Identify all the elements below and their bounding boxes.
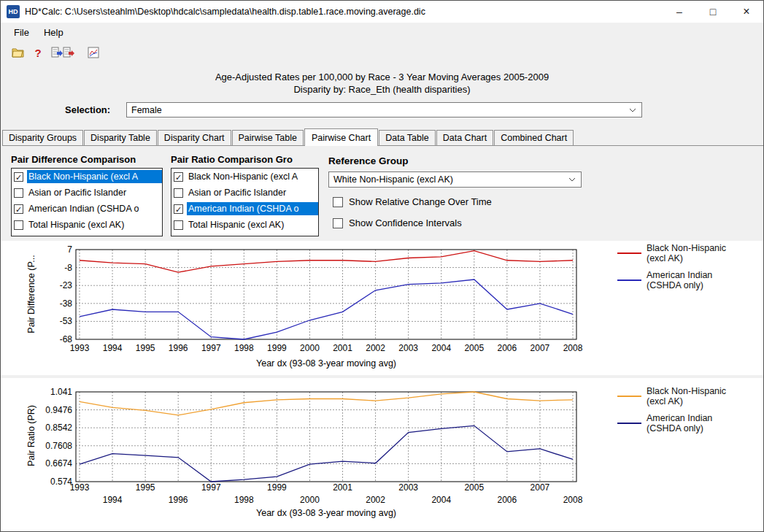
selection-label: Selection: [65, 104, 110, 115]
list-item-label: Asian or Pacific Islander [187, 186, 318, 199]
svg-text:2006: 2006 [498, 343, 517, 353]
list-item-label: Black Non-Hispanic (excl A [187, 170, 318, 183]
list-item[interactable]: Total Hispanic (excl AK) [12, 217, 162, 233]
tab-data-chart[interactable]: Data Chart [436, 130, 493, 145]
tab-disparity-groups[interactable]: Disparity Groups [2, 130, 83, 145]
list-item[interactable]: ✓Black Non-Hispanic (excl A [12, 169, 162, 185]
checkbox[interactable]: ✓ [174, 172, 183, 182]
svg-text:-38: -38 [60, 298, 73, 309]
svg-text:2003: 2003 [398, 482, 418, 493]
svg-text:1993: 1993 [70, 482, 90, 493]
pair-ratio-chart-panel: 1.0410.94760.85420.76080.66740.574199319… [1, 378, 764, 532]
checkbox[interactable] [333, 197, 343, 207]
checkbox[interactable] [333, 218, 343, 228]
option-label: Show Relative Change Over Time [349, 196, 492, 207]
reference-group-title: Reference Group [328, 155, 409, 166]
legend-line-sample [617, 423, 641, 424]
show-relative-change-option[interactable]: Show Relative Change Over Time [333, 196, 492, 207]
list-item-label: Total Hispanic (excl AK) [27, 218, 162, 231]
pair-difference-plot: 7-8-23-38-53-681993199419951996199719981… [1, 241, 614, 375]
report-subtitle: Disparity by: Race_Eth (health dispariti… [1, 83, 763, 96]
list-item[interactable]: Asian or Pacific Islander [12, 185, 162, 201]
pair-ratio-group-title: Pair Ratio Comparison Gro [171, 154, 320, 165]
chart-settings-button[interactable] [85, 45, 101, 61]
svg-text:2000: 2000 [300, 343, 320, 353]
checkbox[interactable] [14, 220, 23, 230]
svg-text:1997: 1997 [201, 343, 221, 353]
checkbox[interactable] [174, 188, 183, 198]
tab-strip: Disparity GroupsDisparity TableDisparity… [2, 127, 763, 146]
svg-text:1996: 1996 [169, 343, 188, 353]
selection-dropdown[interactable]: Female [126, 102, 642, 117]
svg-text:2005: 2005 [464, 343, 484, 353]
list-item-label: Asian or Pacific Islander [27, 186, 162, 199]
pair-difference-listbox[interactable]: ✓Black Non-Hispanic (excl AAsian or Paci… [11, 168, 163, 236]
help-button[interactable]: ? [30, 45, 46, 61]
list-item-label: American Indian (CSHDA o [187, 202, 318, 215]
title-bar[interactable]: HD HD*Calc: C:\Users\steahlm\Desktop\hdc… [1, 1, 763, 23]
svg-text:2001: 2001 [333, 343, 352, 353]
list-item-label: American Indian (CSHDA o [27, 202, 162, 215]
svg-text:1995: 1995 [136, 482, 155, 493]
reference-group-value: White Non-Hispanic (excl AK) [333, 174, 568, 185]
checkbox[interactable]: ✓ [174, 204, 183, 214]
checkbox[interactable] [174, 220, 183, 230]
legend-difference: Black Non-Hispanic(excl AK)American Indi… [617, 243, 726, 297]
export-report-button[interactable] [61, 45, 77, 61]
svg-text:2004: 2004 [431, 343, 451, 353]
chart-icon [88, 47, 99, 58]
menu-file[interactable]: File [7, 25, 36, 40]
legend-entry: American Indian(CSHDA only) [617, 270, 726, 290]
list-item-label: Black Non-Hispanic (excl A [27, 170, 162, 183]
svg-text:1995: 1995 [136, 343, 155, 353]
app-icon: HD [7, 5, 20, 18]
list-item-label: Total Hispanic (excl AK) [187, 218, 318, 231]
minimize-button[interactable]: – [663, 1, 696, 23]
svg-text:1993: 1993 [70, 343, 90, 353]
svg-text:2008: 2008 [563, 495, 583, 505]
svg-text:2007: 2007 [530, 343, 550, 353]
svg-text:2002: 2002 [366, 495, 385, 505]
app-window: HD HD*Calc: C:\Users\steahlm\Desktop\hdc… [0, 0, 764, 532]
selection-value: Female [131, 105, 629, 115]
pair-difference-chart-panel: 7-8-23-38-53-681993199419951996199719981… [1, 241, 764, 375]
close-button[interactable]: × [730, 1, 763, 23]
svg-text:2001: 2001 [333, 482, 352, 493]
tab-disparity-chart[interactable]: Disparity Chart [158, 130, 231, 145]
svg-text:1996: 1996 [169, 495, 188, 505]
pair-difference-group-title: Pair Difference Comparison [11, 154, 163, 165]
tab-data-table[interactable]: Data Table [379, 130, 436, 145]
export-report-icon [63, 47, 74, 58]
open-file-button[interactable] [9, 45, 26, 61]
list-item[interactable]: ✓American Indian (CSHDA o [171, 201, 318, 217]
menu-help[interactable]: Help [36, 25, 71, 40]
checkbox[interactable]: ✓ [14, 204, 23, 214]
reference-group-dropdown[interactable]: White Non-Hispanic (excl AK) [328, 171, 582, 188]
svg-text:2002: 2002 [366, 343, 385, 353]
show-confidence-intervals-option[interactable]: Show Confidence Intervals [333, 217, 462, 228]
legend-label: Black Non-Hispanic(excl AK) [647, 386, 726, 406]
list-item[interactable]: ✓Black Non-Hispanic (excl A [171, 169, 318, 185]
checkbox[interactable] [14, 188, 23, 198]
svg-text:1994: 1994 [103, 343, 123, 353]
svg-text:0.7608: 0.7608 [45, 441, 72, 451]
checkbox[interactable]: ✓ [14, 172, 23, 182]
tab-disparity-table[interactable]: Disparity Table [84, 130, 157, 145]
open-folder-icon [12, 47, 24, 58]
legend-entry: Black Non-Hispanic(excl AK) [617, 386, 726, 406]
tab-combined-chart[interactable]: Combined Chart [494, 130, 574, 145]
window-title: HD*Calc: C:\Users\steahlm\Desktop\hdcalc… [25, 7, 425, 17]
list-item[interactable]: Asian or Pacific Islander [171, 185, 318, 201]
svg-text:0.9476: 0.9476 [45, 405, 72, 415]
svg-text:-8: -8 [64, 263, 72, 273]
list-item[interactable]: Total Hispanic (excl AK) [171, 217, 318, 233]
tab-pairwise-chart[interactable]: Pairwise Chart [304, 128, 378, 146]
maximize-button[interactable]: □ [696, 1, 730, 23]
list-item[interactable]: ✓American Indian (CSHDA o [12, 201, 162, 217]
tab-pairwise-table[interactable]: Pairwise Table [232, 130, 304, 145]
legend-label: Black Non-Hispanic(excl AK) [647, 243, 726, 263]
pair-ratio-listbox[interactable]: ✓Black Non-Hispanic (excl AAsian or Paci… [171, 168, 319, 236]
svg-text:1.041: 1.041 [50, 387, 72, 397]
legend-label: American Indian(CSHDA only) [647, 270, 712, 290]
legend-ratio: Black Non-Hispanic(excl AK)American Indi… [617, 386, 726, 440]
